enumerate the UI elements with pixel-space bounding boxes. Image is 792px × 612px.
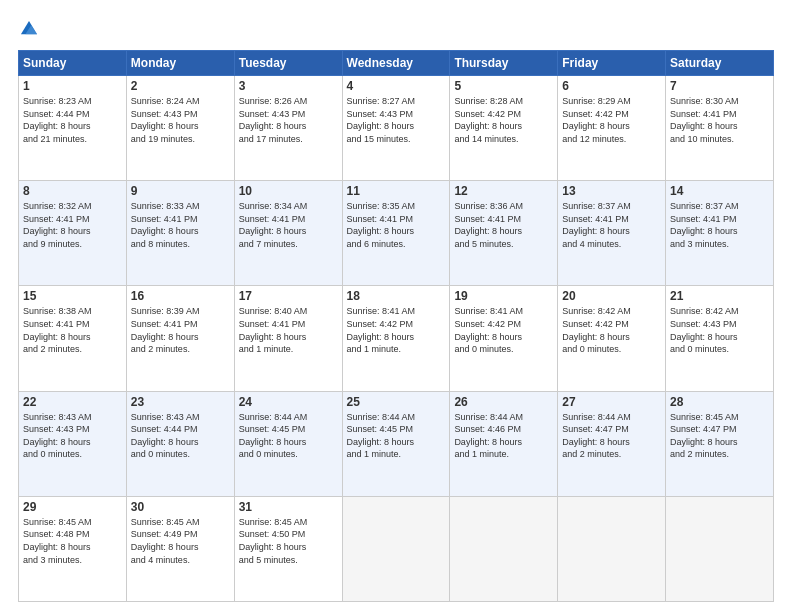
day-number: 18 (347, 289, 446, 303)
calendar-day-cell: 2Sunrise: 8:24 AM Sunset: 4:43 PM Daylig… (126, 76, 234, 181)
calendar-day-cell: 7Sunrise: 8:30 AM Sunset: 4:41 PM Daylig… (666, 76, 774, 181)
day-info: Sunrise: 8:40 AM Sunset: 4:41 PM Dayligh… (239, 305, 338, 355)
calendar-day-cell: 1Sunrise: 8:23 AM Sunset: 4:44 PM Daylig… (19, 76, 127, 181)
calendar-day-cell: 20Sunrise: 8:42 AM Sunset: 4:42 PM Dayli… (558, 286, 666, 391)
calendar-day-cell: 3Sunrise: 8:26 AM Sunset: 4:43 PM Daylig… (234, 76, 342, 181)
day-info: Sunrise: 8:42 AM Sunset: 4:43 PM Dayligh… (670, 305, 769, 355)
calendar-day-cell: 18Sunrise: 8:41 AM Sunset: 4:42 PM Dayli… (342, 286, 450, 391)
day-number: 3 (239, 79, 338, 93)
day-info: Sunrise: 8:38 AM Sunset: 4:41 PM Dayligh… (23, 305, 122, 355)
logo-icon (18, 18, 40, 40)
day-info: Sunrise: 8:43 AM Sunset: 4:43 PM Dayligh… (23, 411, 122, 461)
day-number: 15 (23, 289, 122, 303)
day-info: Sunrise: 8:43 AM Sunset: 4:44 PM Dayligh… (131, 411, 230, 461)
day-info: Sunrise: 8:37 AM Sunset: 4:41 PM Dayligh… (562, 200, 661, 250)
day-number: 23 (131, 395, 230, 409)
day-info: Sunrise: 8:23 AM Sunset: 4:44 PM Dayligh… (23, 95, 122, 145)
calendar-week-row: 15Sunrise: 8:38 AM Sunset: 4:41 PM Dayli… (19, 286, 774, 391)
day-info: Sunrise: 8:35 AM Sunset: 4:41 PM Dayligh… (347, 200, 446, 250)
calendar-day-cell (558, 496, 666, 601)
day-info: Sunrise: 8:44 AM Sunset: 4:45 PM Dayligh… (347, 411, 446, 461)
day-info: Sunrise: 8:28 AM Sunset: 4:42 PM Dayligh… (454, 95, 553, 145)
weekday-header: Monday (126, 51, 234, 76)
logo (18, 18, 42, 40)
day-number: 6 (562, 79, 661, 93)
day-number: 26 (454, 395, 553, 409)
day-number: 8 (23, 184, 122, 198)
calendar-day-cell: 4Sunrise: 8:27 AM Sunset: 4:43 PM Daylig… (342, 76, 450, 181)
calendar-day-cell: 23Sunrise: 8:43 AM Sunset: 4:44 PM Dayli… (126, 391, 234, 496)
calendar-day-cell: 28Sunrise: 8:45 AM Sunset: 4:47 PM Dayli… (666, 391, 774, 496)
calendar-day-cell: 15Sunrise: 8:38 AM Sunset: 4:41 PM Dayli… (19, 286, 127, 391)
calendar-day-cell: 22Sunrise: 8:43 AM Sunset: 4:43 PM Dayli… (19, 391, 127, 496)
day-number: 2 (131, 79, 230, 93)
day-number: 27 (562, 395, 661, 409)
day-number: 11 (347, 184, 446, 198)
day-number: 24 (239, 395, 338, 409)
day-number: 19 (454, 289, 553, 303)
day-info: Sunrise: 8:41 AM Sunset: 4:42 PM Dayligh… (454, 305, 553, 355)
day-info: Sunrise: 8:45 AM Sunset: 4:50 PM Dayligh… (239, 516, 338, 566)
calendar-day-cell: 24Sunrise: 8:44 AM Sunset: 4:45 PM Dayli… (234, 391, 342, 496)
day-number: 16 (131, 289, 230, 303)
day-number: 13 (562, 184, 661, 198)
calendar-day-cell: 29Sunrise: 8:45 AM Sunset: 4:48 PM Dayli… (19, 496, 127, 601)
calendar: SundayMondayTuesdayWednesdayThursdayFrid… (18, 50, 774, 602)
day-number: 29 (23, 500, 122, 514)
calendar-day-cell (666, 496, 774, 601)
day-info: Sunrise: 8:42 AM Sunset: 4:42 PM Dayligh… (562, 305, 661, 355)
calendar-day-cell (342, 496, 450, 601)
calendar-week-row: 29Sunrise: 8:45 AM Sunset: 4:48 PM Dayli… (19, 496, 774, 601)
day-info: Sunrise: 8:24 AM Sunset: 4:43 PM Dayligh… (131, 95, 230, 145)
day-info: Sunrise: 8:34 AM Sunset: 4:41 PM Dayligh… (239, 200, 338, 250)
calendar-day-cell: 14Sunrise: 8:37 AM Sunset: 4:41 PM Dayli… (666, 181, 774, 286)
weekday-header: Saturday (666, 51, 774, 76)
day-number: 1 (23, 79, 122, 93)
calendar-day-cell: 9Sunrise: 8:33 AM Sunset: 4:41 PM Daylig… (126, 181, 234, 286)
day-number: 10 (239, 184, 338, 198)
calendar-day-cell: 10Sunrise: 8:34 AM Sunset: 4:41 PM Dayli… (234, 181, 342, 286)
day-info: Sunrise: 8:45 AM Sunset: 4:49 PM Dayligh… (131, 516, 230, 566)
calendar-day-cell: 25Sunrise: 8:44 AM Sunset: 4:45 PM Dayli… (342, 391, 450, 496)
day-number: 4 (347, 79, 446, 93)
day-number: 12 (454, 184, 553, 198)
calendar-day-cell: 13Sunrise: 8:37 AM Sunset: 4:41 PM Dayli… (558, 181, 666, 286)
day-number: 5 (454, 79, 553, 93)
calendar-week-row: 8Sunrise: 8:32 AM Sunset: 4:41 PM Daylig… (19, 181, 774, 286)
calendar-week-row: 1Sunrise: 8:23 AM Sunset: 4:44 PM Daylig… (19, 76, 774, 181)
header (18, 18, 774, 40)
calendar-day-cell: 12Sunrise: 8:36 AM Sunset: 4:41 PM Dayli… (450, 181, 558, 286)
day-number: 31 (239, 500, 338, 514)
calendar-day-cell: 16Sunrise: 8:39 AM Sunset: 4:41 PM Dayli… (126, 286, 234, 391)
day-info: Sunrise: 8:44 AM Sunset: 4:47 PM Dayligh… (562, 411, 661, 461)
calendar-day-cell (450, 496, 558, 601)
weekday-header: Sunday (19, 51, 127, 76)
day-number: 20 (562, 289, 661, 303)
day-number: 30 (131, 500, 230, 514)
weekday-header: Thursday (450, 51, 558, 76)
day-number: 14 (670, 184, 769, 198)
calendar-day-cell: 8Sunrise: 8:32 AM Sunset: 4:41 PM Daylig… (19, 181, 127, 286)
day-info: Sunrise: 8:44 AM Sunset: 4:46 PM Dayligh… (454, 411, 553, 461)
calendar-day-cell: 19Sunrise: 8:41 AM Sunset: 4:42 PM Dayli… (450, 286, 558, 391)
day-info: Sunrise: 8:41 AM Sunset: 4:42 PM Dayligh… (347, 305, 446, 355)
calendar-day-cell: 26Sunrise: 8:44 AM Sunset: 4:46 PM Dayli… (450, 391, 558, 496)
day-number: 28 (670, 395, 769, 409)
calendar-day-cell: 30Sunrise: 8:45 AM Sunset: 4:49 PM Dayli… (126, 496, 234, 601)
calendar-header-row: SundayMondayTuesdayWednesdayThursdayFrid… (19, 51, 774, 76)
day-number: 22 (23, 395, 122, 409)
weekday-header: Tuesday (234, 51, 342, 76)
calendar-day-cell: 11Sunrise: 8:35 AM Sunset: 4:41 PM Dayli… (342, 181, 450, 286)
day-number: 9 (131, 184, 230, 198)
day-info: Sunrise: 8:26 AM Sunset: 4:43 PM Dayligh… (239, 95, 338, 145)
day-number: 7 (670, 79, 769, 93)
day-info: Sunrise: 8:29 AM Sunset: 4:42 PM Dayligh… (562, 95, 661, 145)
day-info: Sunrise: 8:37 AM Sunset: 4:41 PM Dayligh… (670, 200, 769, 250)
day-number: 21 (670, 289, 769, 303)
day-info: Sunrise: 8:36 AM Sunset: 4:41 PM Dayligh… (454, 200, 553, 250)
day-number: 25 (347, 395, 446, 409)
calendar-day-cell: 21Sunrise: 8:42 AM Sunset: 4:43 PM Dayli… (666, 286, 774, 391)
calendar-day-cell: 17Sunrise: 8:40 AM Sunset: 4:41 PM Dayli… (234, 286, 342, 391)
day-number: 17 (239, 289, 338, 303)
day-info: Sunrise: 8:44 AM Sunset: 4:45 PM Dayligh… (239, 411, 338, 461)
